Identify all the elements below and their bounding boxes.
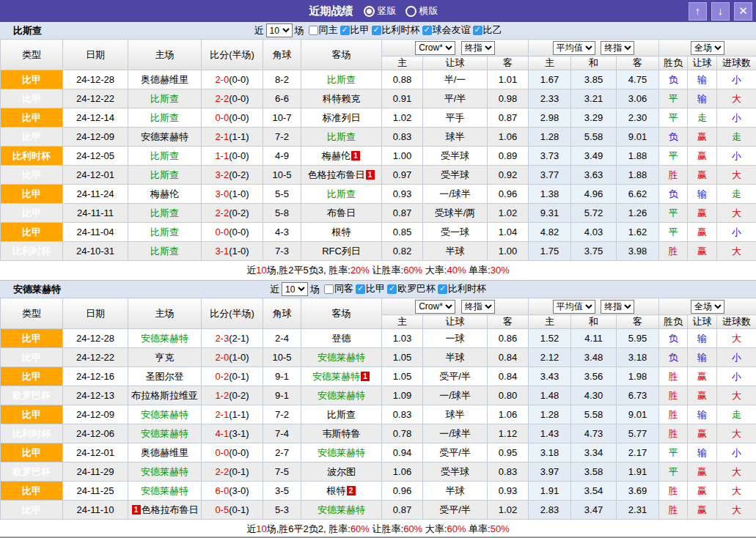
odds-provider-select[interactable]: Crow* (415, 300, 455, 314)
europe-odds-select[interactable]: 平均值 (553, 300, 595, 314)
same-venue-filter[interactable]: 同客 (324, 282, 353, 295)
recent-results-panel: 近期战绩 竖版 横版 ↑ ↓ ✕ 比斯查 近 10 场 同主比甲比利时杯球会友谊… (0, 0, 756, 538)
score: 6-0(3-0) (202, 482, 263, 501)
match-row: 比甲24-12-22亨克2-0(1-0)10-5安德莱赫特1.05半球0.842… (1, 348, 756, 367)
handicap-odds-cell: 1.02 (488, 501, 529, 520)
europe-time-select[interactable]: 终指 (601, 300, 634, 314)
match-row: 比甲24-11-11比斯查2-2(0-2)5-8布鲁日0.87受球半/两1.02… (1, 204, 756, 223)
handicap-odds-cell: 1.09 (382, 386, 423, 405)
home-team: 比斯查 (128, 242, 202, 261)
europe-odds-cell: 1.75 (529, 242, 571, 261)
competition-filter[interactable]: 比甲 (340, 23, 370, 37)
col-odds-home: 主 (382, 315, 423, 329)
result-handicap: 输 (688, 329, 717, 348)
competition-filter[interactable]: 比利时杯 (372, 23, 420, 37)
odds-time-select[interactable]: 终指 (461, 41, 495, 55)
filter-label: 球会友谊 (433, 23, 471, 37)
competition-badge: 比甲 (1, 70, 63, 89)
scope-select[interactable]: 全场 (691, 41, 724, 55)
match-date: 24-12-09 (63, 405, 128, 424)
checkbox-icon[interactable] (372, 26, 381, 35)
summary-text: 60% (351, 523, 370, 534)
odds-provider-select[interactable]: Crow* (415, 41, 455, 55)
col-res-goals: 进球数 (717, 56, 756, 70)
score: 0-0(0-0) (202, 223, 263, 242)
competition-filter[interactable]: 球会友谊 (422, 23, 471, 37)
handicap-odds-cell: 受半球 (423, 463, 488, 482)
checkbox-icon[interactable] (473, 26, 482, 35)
score: 2-0(0-0) (202, 70, 263, 89)
europe-odds-cell: 1.88 (617, 166, 659, 185)
result-goals: 小 (717, 147, 756, 166)
handicap-odds-cell: 0.80 (488, 386, 529, 405)
result-handicap: 输 (688, 405, 717, 424)
handicap-odds-cell: 0.82 (382, 242, 423, 261)
checkbox-icon[interactable] (340, 26, 350, 35)
col-avg-home: 主 (529, 56, 571, 70)
result-handicap: 赢 (688, 204, 717, 223)
handicap-odds-cell: 0.84 (488, 348, 529, 367)
handicap-odds-cell: 0.87 (488, 108, 529, 128)
summary-text: 近 (246, 265, 256, 276)
competition-filter[interactable]: 比甲 (356, 282, 385, 295)
europe-time-select[interactable]: 终指 (601, 41, 634, 55)
filter-label: 比利时杯 (448, 282, 486, 295)
handicap-odds-cell: 0.93 (382, 185, 423, 204)
checkbox-icon[interactable] (356, 284, 365, 294)
handicap-odds-cell: 受平/半 (423, 367, 488, 386)
competition-filter[interactable]: 欧罗巴杯 (387, 282, 436, 295)
europe-odds-cell: 2.31 (617, 501, 659, 520)
col-avg-home: 主 (529, 315, 571, 329)
radio-selected-icon[interactable] (364, 6, 375, 17)
summary-text: 场,胜6平2负2, 胜率: (267, 523, 351, 534)
team-name: 比斯查 (13, 24, 42, 37)
radio-unselected-icon[interactable] (405, 6, 416, 17)
same-venue-filter[interactable]: 同主 (309, 23, 338, 37)
checkbox-icon[interactable] (309, 26, 318, 35)
competition-badge: 欧罗巴杯 (1, 386, 63, 405)
match-row: 比甲24-12-14比斯查0-0(0-0)10-7标准列日1.02平手0.872… (1, 108, 756, 128)
score: 0-0(0-0) (202, 443, 263, 463)
away-team: 韦斯特鲁 (301, 424, 382, 443)
close-button[interactable]: ✕ (734, 2, 752, 21)
games-label: 场 (295, 24, 304, 37)
team-section-1: 比斯查 近 10 场 同主比甲比利时杯球会友谊比乙 类型 日期 主场 比分( (0, 22, 756, 281)
games-count-select[interactable]: 10 (282, 282, 308, 296)
layout-radio-vertical[interactable]: 竖版 (364, 4, 397, 18)
away-team: 安德莱赫特 (301, 348, 382, 367)
handicap-odds-cell: 一/球半 (423, 424, 488, 443)
europe-odds-cell: 3.98 (617, 242, 659, 261)
handicap-odds-cell: 0.94 (382, 443, 423, 463)
title-bar: 近期战绩 竖版 横版 ↑ ↓ ✕ (0, 0, 756, 22)
europe-odds-cell: 3.85 (571, 70, 617, 89)
competition-filter[interactable]: 比乙 (473, 23, 502, 37)
checkbox-icon[interactable] (324, 284, 334, 294)
move-down-button[interactable]: ↓ (711, 2, 730, 21)
checkbox-icon[interactable] (387, 284, 397, 294)
europe-odds-cell: 4.75 (617, 70, 659, 89)
panel-title: 近期战绩 (309, 4, 353, 18)
competition-filter[interactable]: 比利时杯 (438, 282, 486, 295)
europe-odds-cell: 4.03 (571, 223, 617, 242)
filters: 近 10 场 同客比甲欧罗巴杯比利时杯 (270, 282, 486, 296)
competition-badge: 比甲 (1, 89, 63, 108)
result-wdl: 负 (659, 70, 688, 89)
away-team: RFC列日 (301, 242, 382, 261)
odds-time-select[interactable]: 终指 (461, 300, 495, 314)
match-row: 比甲24-12-22比斯查2-2(0-0)6-6科特赖克0.91平/半0.982… (1, 89, 756, 108)
summary-text: 60% (403, 523, 422, 534)
match-date: 24-12-13 (63, 386, 128, 405)
home-team: 奥德赫维里 (128, 443, 202, 463)
layout-radio-horizontal[interactable]: 横版 (405, 4, 438, 18)
result-handicap: 赢 (688, 501, 717, 520)
away-team: 比斯查 (301, 70, 382, 89)
result-wdl: 负 (659, 348, 688, 367)
games-count-select[interactable]: 10 (266, 23, 293, 37)
move-up-button[interactable]: ↑ (689, 2, 707, 21)
checkbox-icon[interactable] (422, 26, 432, 35)
checkbox-icon[interactable] (438, 284, 447, 294)
europe-odds-select[interactable]: 平均值 (553, 41, 595, 55)
scope-select[interactable]: 全场 (691, 300, 724, 314)
home-team: 圣图尔登 (128, 367, 202, 386)
score: 0-2(0-1) (202, 367, 263, 386)
